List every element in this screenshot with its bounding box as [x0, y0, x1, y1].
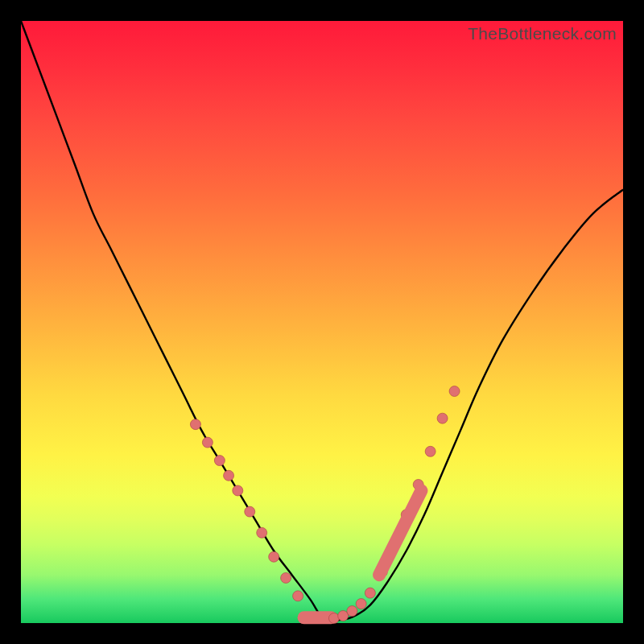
bottleneck-curve-path	[21, 21, 623, 620]
curve-marker	[347, 606, 357, 617]
curve-marker	[281, 572, 291, 583]
bottleneck-curve	[21, 21, 623, 623]
curve-marker	[449, 386, 460, 397]
plot-area: TheBottleneck.com	[21, 21, 623, 623]
curve-marker	[233, 485, 243, 496]
curve-marker	[338, 611, 349, 621]
curve-marker	[365, 588, 375, 598]
curve-marker	[190, 419, 200, 430]
curve-marker	[269, 551, 279, 562]
curve-marker	[245, 506, 255, 517]
curve-marker	[356, 599, 366, 609]
curve-marker	[293, 591, 303, 601]
chart-frame: TheBottleneck.com	[0, 0, 644, 644]
curve-marker	[437, 413, 448, 423]
curve-marker	[425, 446, 436, 456]
curve-marker	[202, 437, 213, 448]
curve-marker	[328, 613, 339, 624]
curve-marker	[224, 470, 234, 481]
curve-marker	[214, 456, 225, 466]
curve-marker	[257, 527, 267, 538]
